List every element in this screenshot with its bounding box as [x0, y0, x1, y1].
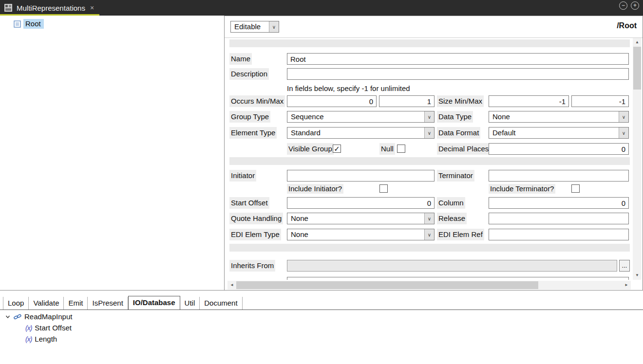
column-input[interactable] [489, 197, 629, 209]
group-type-value: Sequence [287, 111, 424, 122]
section-separator [229, 157, 630, 165]
tree-item-label: ReadMapInput [24, 312, 72, 321]
scroll-down-icon[interactable]: ▼ [633, 271, 642, 280]
group-type-label: Group Type [229, 111, 270, 123]
window-controls: − + [619, 1, 639, 10]
quote-handling-select[interactable]: None ∨ [287, 213, 435, 224]
data-format-select[interactable]: Default ∨ [489, 127, 629, 139]
visible-group-checkbox[interactable]: ✓ [333, 145, 341, 153]
quote-handling-label: Quote Handling [229, 213, 283, 224]
edi-elem-type-select[interactable]: None ∨ [287, 229, 435, 240]
scroll-up-icon[interactable]: ▲ [633, 38, 642, 47]
element-type-value: Standard [287, 127, 424, 138]
initiator-label: Initiator [229, 170, 256, 182]
vertical-scroll-thumb[interactable] [633, 47, 641, 90]
include-terminator-checkbox[interactable] [571, 184, 580, 193]
occurs-min-input[interactable] [287, 95, 377, 107]
name-input[interactable] [287, 53, 629, 65]
name-label: Name [229, 53, 252, 65]
data-type-select[interactable]: None ∨ [489, 111, 629, 123]
chevron-down-icon[interactable]: ∨ [424, 111, 434, 122]
column-label: Column [437, 197, 465, 209]
tree-item-start-offset[interactable]: (x) Start Offset [0, 322, 643, 333]
tree-item-label: Length [35, 335, 57, 343]
size-min-input[interactable] [489, 95, 569, 107]
browse-button[interactable]: ... [619, 260, 630, 272]
document-tab-title: MultiRepresentations [17, 4, 85, 12]
tree-item-readmapinput[interactable]: ReadMapInput [0, 311, 643, 322]
chevron-down-icon[interactable]: ∨ [424, 127, 434, 138]
inherits-from-input [287, 260, 617, 272]
chevron-down-icon[interactable]: ∨ [269, 21, 279, 32]
chevron-down-icon[interactable]: ∨ [424, 229, 434, 240]
decimal-places-label: Decimal Places [437, 143, 490, 155]
chevron-down-icon[interactable]: ∨ [619, 127, 628, 138]
app-icon [4, 3, 13, 12]
tree-item-root[interactable]: Root [14, 18, 224, 29]
horizontal-scrollbar[interactable]: ◄ ► [227, 281, 631, 290]
start-offset-label: Start Offset [229, 197, 269, 209]
mode-select[interactable]: Editable ∨ [230, 21, 279, 33]
tree-item-label: Root [23, 19, 44, 29]
element-type-select[interactable]: Standard ∨ [287, 127, 435, 139]
size-min-max-label: Size Min/Max [437, 95, 484, 107]
tab-emit[interactable]: Emit [64, 297, 88, 309]
chevron-down-icon[interactable] [5, 314, 11, 320]
close-icon[interactable]: × [90, 4, 94, 12]
document-tab[interactable]: MultiRepresentations × [0, 0, 99, 16]
tab-validate[interactable]: Validate [29, 297, 64, 309]
occurs-min-max-label: Occurs Min/Max [229, 95, 285, 107]
data-type-value: None [489, 111, 619, 122]
data-format-label: Data Format [437, 127, 480, 139]
start-offset-input[interactable] [287, 197, 435, 209]
release-label: Release [437, 213, 467, 224]
visible-group-label: Visible Group [287, 143, 334, 155]
element-icon [14, 20, 21, 28]
description-label: Description [229, 68, 269, 80]
tree-item-length[interactable]: (x) Length [0, 333, 643, 345]
release-input[interactable] [489, 213, 629, 224]
title-bar: MultiRepresentations × − + [0, 0, 643, 16]
include-terminator-label: Include Terminator? [489, 184, 555, 194]
null-checkbox[interactable] [397, 145, 405, 153]
tab-loop[interactable]: Loop [3, 297, 29, 309]
terminator-input[interactable] [489, 170, 629, 182]
circle-minus-icon[interactable]: − [619, 1, 627, 10]
edi-elem-ref-input[interactable] [489, 229, 629, 240]
tab-io-database[interactable]: IO/Database [128, 296, 180, 310]
tab-util[interactable]: Util [180, 297, 200, 309]
clipped-field [287, 277, 629, 280]
scroll-left-icon[interactable]: ◄ [227, 281, 236, 290]
tree-item-label: Start Offset [35, 324, 72, 332]
horizontal-scroll-thumb[interactable] [236, 281, 538, 289]
application-window: MultiRepresentations × − + Root Editable… [0, 0, 643, 364]
bottom-tab-bar: Loop Validate Emit IsPresent IO/Database… [0, 295, 643, 310]
edi-elem-type-value: None [287, 229, 424, 240]
node-path: /Root [617, 21, 637, 30]
tab-ispresent[interactable]: IsPresent [88, 297, 128, 309]
initiator-input[interactable] [287, 170, 435, 182]
occurs-max-input[interactable] [379, 95, 435, 107]
size-max-input[interactable] [571, 95, 629, 107]
decimal-places-input[interactable] [489, 143, 629, 155]
edi-elem-type-label: EDI Elem Type [229, 229, 281, 240]
properties-panel: Editable ∨ /Root Name Description In fie… [224, 16, 643, 290]
unlimited-info-text: In fields below, specify -1 for unlimite… [287, 84, 410, 93]
null-label: Null [379, 143, 395, 155]
vertical-scrollbar[interactable]: ▲ ▼ [633, 38, 642, 280]
terminator-label: Terminator [437, 170, 474, 182]
element-type-label: Element Type [229, 127, 277, 139]
chevron-down-icon[interactable]: ∨ [424, 213, 434, 224]
circle-plus-icon[interactable]: + [631, 1, 639, 10]
edi-elem-ref-label: EDI Elem Ref [437, 229, 484, 240]
chevron-down-icon[interactable]: ∨ [619, 111, 628, 122]
inherits-from-label: Inherits From [229, 260, 275, 272]
variable-icon: (x) [25, 335, 32, 343]
description-input[interactable] [287, 68, 629, 80]
include-initiator-checkbox[interactable] [379, 184, 388, 193]
tab-document[interactable]: Document [200, 297, 242, 309]
section-separator [229, 39, 630, 47]
link-icon [14, 313, 21, 321]
group-type-select[interactable]: Sequence ∨ [287, 111, 435, 123]
scroll-right-icon[interactable]: ► [622, 281, 631, 290]
